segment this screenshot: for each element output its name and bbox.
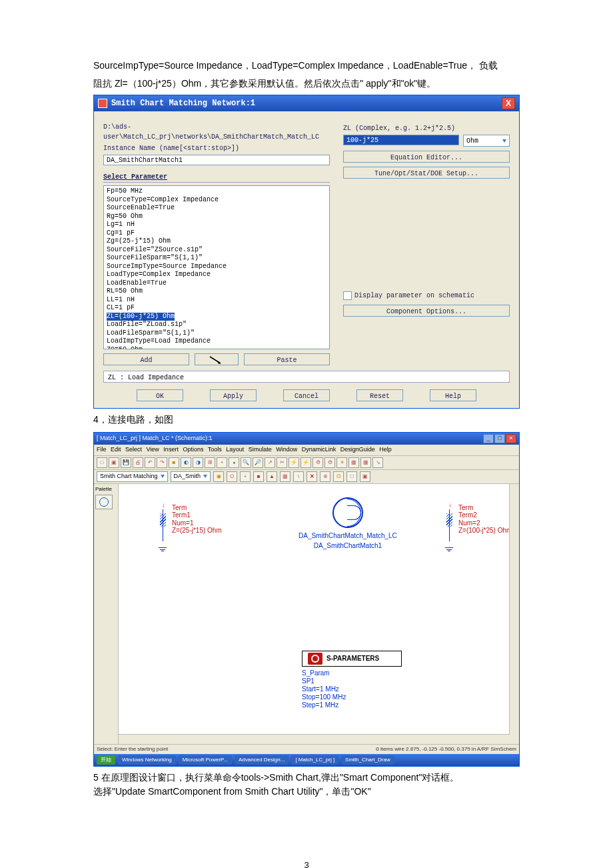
palette-combo[interactable]: Smith Chart Matching — [97, 471, 168, 482]
zl-explain: ZL : Load Impedance — [103, 371, 510, 383]
svg-marker-1 — [217, 361, 221, 364]
palette-bar[interactable]: Palette — [94, 484, 119, 744]
ads-schematic-window: [ Match_LC_prj ] Match_LC * (Schematic):… — [93, 432, 520, 767]
s-parameters-block[interactable]: S-PARAMETERS S_Param SP1 Start=1 MHz Sto… — [302, 651, 402, 709]
s-param-icon — [308, 653, 322, 665]
title-icon — [98, 99, 107, 108]
ads-toolbar-2[interactable]: Smith Chart Matching DA_Smith ◉O +■ ▲▦ \… — [94, 470, 519, 484]
component-path: D:\ads-user\Match_LC_prj\networks\DA_Smi… — [103, 122, 330, 142]
horizontal-scrollbar[interactable] — [119, 734, 510, 744]
smith-component[interactable]: DA_SmithChartMatch_Match_LC DA_SmithChar… — [299, 497, 397, 551]
step5-line2: 选择"Update SmartComponent from Smith Char… — [93, 785, 520, 799]
term2-block[interactable]: ↓ Term Term2 Num=2 Z=(100-j*25) Ohm — [445, 504, 512, 552]
select-parameter-header: Select Parameter — [103, 172, 330, 183]
instance-name-label: Instance Name (name[<start:stop>]) — [103, 143, 330, 153]
zl-unit-select[interactable]: Ohm — [463, 135, 510, 147]
task-item[interactable]: Advanced Design... — [235, 755, 289, 765]
vertical-scrollbar[interactable] — [509, 484, 519, 744]
equation-editor-button[interactable]: Equation Editor... — [343, 151, 510, 163]
instance-name-input[interactable]: DA_SmithChartMatch1 — [103, 155, 330, 165]
chevron-down-icon — [502, 139, 506, 143]
ads-titlebar[interactable]: [ Match_LC_prj ] Match_LC * (Schematic):… — [94, 433, 519, 445]
palette-smith-icon[interactable] — [95, 495, 113, 509]
task-item[interactable]: Smith_Chart_Draw — [341, 755, 394, 765]
smith-chart-dialog: Smith Chart Matching Network:1 X D:\ads-… — [93, 95, 520, 409]
task-item[interactable]: Microsoft PowerP... — [179, 755, 232, 765]
start-button[interactable]: 开始 — [97, 755, 115, 765]
schematic-canvas[interactable]: ↓ Term Term1 Num=1 Z=(25-j*15) Ohm DA_Sm… — [119, 484, 519, 744]
task-item[interactable]: [ Match_LC_prj ] — [291, 755, 338, 765]
close-icon[interactable]: X — [502, 97, 515, 109]
intro-line2: 阻抗 Zl=（100-j*25）Ohm，其它参数采用默认值。然后依次点击" ap… — [93, 77, 520, 91]
step4-text: 4，连接电路，如图 — [93, 413, 520, 427]
apply-button[interactable]: Apply — [210, 389, 257, 401]
ads-statusbar: Select: Enter the starting point 0 items… — [94, 744, 519, 754]
component-options-button[interactable]: Component Options... — [343, 305, 510, 317]
term1-block[interactable]: ↓ Term Term1 Num=1 Z=(25-j*15) Ohm — [159, 504, 222, 552]
arrow-button[interactable] — [195, 353, 239, 365]
page-number: 3 — [93, 859, 520, 869]
minimize-icon[interactable]: _ — [483, 434, 494, 443]
parameter-list[interactable]: Fp=50 MHz SourceType=Complex Impedance S… — [103, 185, 330, 349]
step5-line1: 5 在原理图设计窗口，执行菜单命令tools->Smith Chart,弹出"S… — [93, 771, 520, 785]
smith-chart-icon — [332, 497, 363, 528]
cancel-button[interactable]: Cancel — [283, 389, 330, 401]
component-combo[interactable]: DA_Smith — [171, 471, 211, 482]
display-parameter-checkbox[interactable] — [343, 291, 352, 300]
help-button[interactable]: Help — [430, 389, 476, 401]
windows-taskbar[interactable]: 开始 Windows Networking Microsoft PowerP..… — [94, 754, 519, 766]
dialog-titlebar[interactable]: Smith Chart Matching Network:1 X — [94, 95, 519, 111]
add-button[interactable]: Add — [103, 353, 189, 365]
ads-toolbar-1[interactable]: □▣💾🖨 ↶↷■ ◐◑ ⊞+⬥ 🔍🔎↗✂ ⚡⚡ ⚙⚙☀ ▦▦↘ — [94, 456, 519, 470]
task-item[interactable]: Windows Networking — [118, 755, 176, 765]
dialog-title: Smith Chart Matching Network:1 — [111, 97, 255, 109]
zl-value-input[interactable]: 100-j*25 — [343, 135, 459, 145]
display-parameter-label: Display parameter on schematic — [354, 291, 474, 301]
reset-button[interactable]: Reset — [356, 389, 403, 401]
tune-opt-button[interactable]: Tune/Opt/Stat/DOE Setup... — [343, 167, 510, 179]
ok-button[interactable]: OK — [137, 389, 183, 401]
zl-label: ZL (Complex, e.g. 1.2+j*2.5) — [343, 123, 510, 133]
maximize-icon[interactable]: □ — [494, 434, 505, 443]
paste-button[interactable]: Paste — [244, 353, 330, 365]
close-icon[interactable]: × — [506, 434, 516, 443]
intro-line1: SourceImpType=Source Impedance，LoadType=… — [93, 59, 520, 73]
ads-menubar[interactable]: File Edit Select View Insert Options Too… — [94, 445, 519, 456]
